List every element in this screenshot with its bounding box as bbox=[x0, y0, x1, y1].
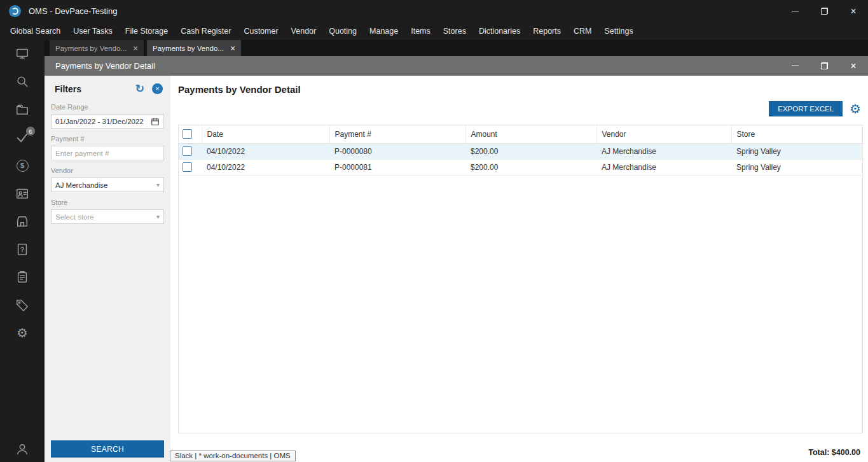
menu-quoting[interactable]: Quoting bbox=[322, 22, 363, 40]
minimize-button[interactable] bbox=[780, 0, 809, 22]
payment-number-input[interactable] bbox=[55, 150, 160, 157]
table-header-row: Date Payment # Amount Vendor Store bbox=[179, 125, 862, 143]
cell-date: 04/10/2022 bbox=[202, 143, 329, 159]
results-grid: Date Payment # Amount Vendor Store 04/10… bbox=[178, 125, 863, 433]
tab-label: Payments by Vendo... bbox=[153, 45, 224, 52]
sidebar-item-contacts[interactable] bbox=[15, 186, 30, 201]
store-select[interactable]: Select store ▾ bbox=[51, 209, 164, 224]
row-checkbox-cell bbox=[179, 159, 202, 175]
menu-manage[interactable]: Manage bbox=[363, 22, 404, 40]
date-range-input[interactable] bbox=[55, 118, 148, 125]
menu-crm[interactable]: CRM bbox=[567, 22, 598, 40]
minimize-icon bbox=[792, 66, 799, 66]
sidebar-item-files[interactable] bbox=[15, 102, 30, 117]
page-title: Payments by Vendor Detail bbox=[178, 84, 301, 95]
sidebar-item-help-tasks[interactable]: ? bbox=[15, 242, 30, 257]
cell-payment: P-0000081 bbox=[329, 159, 465, 175]
sidebar-item-orders[interactable] bbox=[15, 269, 30, 284]
filters-panel: Filters ↻ × Date Range Payment # bbox=[45, 76, 170, 462]
menu-global-search[interactable]: Global Search bbox=[4, 22, 67, 40]
column-header-store[interactable]: Store bbox=[731, 125, 862, 143]
menu-reports[interactable]: Reports bbox=[527, 22, 567, 40]
payments-detail-window: Payments by Vendor Detail × Filters ↻ × … bbox=[45, 56, 868, 462]
column-header-vendor[interactable]: Vendor bbox=[596, 125, 731, 143]
cell-date: 04/10/2022 bbox=[202, 159, 329, 175]
cell-amount: $200.00 bbox=[465, 159, 596, 175]
tab-close-icon[interactable]: × bbox=[230, 44, 235, 53]
sidebar-item-payments[interactable]: $ bbox=[15, 158, 30, 173]
inner-restore-button[interactable] bbox=[809, 56, 839, 76]
column-header-date[interactable]: Date bbox=[202, 125, 329, 143]
tab-payments-by-vendor-2[interactable]: Payments by Vendo... × bbox=[147, 40, 241, 56]
export-excel-button[interactable]: EXPORT EXCEL bbox=[769, 101, 843, 116]
maximize-button[interactable] bbox=[809, 0, 839, 22]
vendor-select[interactable]: AJ Merchandise ▾ bbox=[51, 178, 164, 192]
vendor-label: Vendor bbox=[51, 167, 164, 174]
menu-customer[interactable]: Customer bbox=[237, 22, 284, 40]
dollar-glyph: $ bbox=[20, 162, 24, 169]
menu-user-tasks[interactable]: User Tasks bbox=[67, 22, 119, 40]
refresh-icon[interactable]: ↻ bbox=[135, 83, 144, 94]
column-header-amount[interactable]: Amount bbox=[465, 125, 596, 143]
tab-close-icon[interactable]: × bbox=[133, 44, 138, 53]
vendor-group: Vendor AJ Merchandise ▾ bbox=[51, 167, 164, 192]
gear-icon: ⚙ bbox=[17, 326, 28, 339]
row-checkbox[interactable] bbox=[183, 162, 192, 172]
menu-bar: Global Search User Tasks File Storage Ca… bbox=[0, 22, 868, 40]
icon-sidebar: 6 $ ? ⚙ bbox=[0, 40, 45, 462]
date-range-label: Date Range bbox=[51, 103, 164, 111]
table-row[interactable]: 04/10/2022 P-0000081 $200.00 AJ Merchand… bbox=[179, 159, 862, 175]
folder-icon bbox=[15, 102, 29, 116]
question-icon: ? bbox=[15, 242, 30, 257]
menu-settings[interactable]: Settings bbox=[598, 22, 639, 40]
payment-number-field[interactable] bbox=[51, 146, 164, 160]
tag-icon bbox=[15, 298, 29, 312]
inner-close-button[interactable]: × bbox=[839, 56, 868, 76]
search-button[interactable]: SEARCH bbox=[51, 440, 164, 458]
sidebar-item-dashboard[interactable] bbox=[15, 46, 30, 61]
dollar-icon: $ bbox=[17, 160, 29, 172]
row-checkbox[interactable] bbox=[183, 146, 192, 156]
menu-items[interactable]: Items bbox=[404, 22, 437, 40]
menu-cash-register[interactable]: Cash Register bbox=[174, 22, 237, 40]
close-button[interactable]: × bbox=[839, 0, 868, 22]
close-icon: × bbox=[155, 85, 159, 92]
menu-stores[interactable]: Stores bbox=[437, 22, 472, 40]
total-label: Total: bbox=[808, 448, 829, 457]
sidebar-item-settings[interactable]: ⚙ bbox=[15, 325, 30, 340]
menu-dictionaries[interactable]: Dictionaries bbox=[472, 22, 527, 40]
tab-payments-by-vendor-1[interactable]: Payments by Vendo... × bbox=[50, 40, 144, 56]
table-row[interactable]: 04/10/2022 P-0000080 $200.00 AJ Merchand… bbox=[179, 143, 862, 159]
sidebar-item-search[interactable] bbox=[15, 74, 30, 89]
menu-file-storage[interactable]: File Storage bbox=[119, 22, 174, 40]
cell-vendor: AJ Merchandise bbox=[596, 159, 731, 175]
payment-number-group: Payment # bbox=[51, 135, 164, 160]
column-header-payment[interactable]: Payment # bbox=[329, 125, 465, 143]
select-all-checkbox[interactable] bbox=[183, 129, 192, 139]
cell-vendor: AJ Merchandise bbox=[596, 143, 731, 159]
grid-settings-gear-icon[interactable]: ⚙ bbox=[850, 102, 861, 115]
content-area: Payments by Vendor Detail EXPORT EXCEL ⚙ bbox=[170, 76, 868, 462]
inner-minimize-button[interactable] bbox=[780, 56, 809, 76]
filters-close-button[interactable]: × bbox=[152, 83, 163, 94]
inner-window-title: Payments by Vendor Detail bbox=[55, 61, 155, 71]
cell-store: Spring Valley bbox=[731, 143, 862, 159]
filters-header: Filters ↻ × bbox=[45, 76, 170, 97]
calendar-icon[interactable] bbox=[151, 117, 160, 126]
vendor-select-value: AJ Merchandise bbox=[55, 181, 154, 189]
sidebar-item-stores[interactable] bbox=[15, 214, 30, 229]
notification-badge: 6 bbox=[26, 127, 35, 136]
app-logo-icon bbox=[9, 5, 21, 17]
contact-card-icon bbox=[15, 186, 29, 200]
total-value: $400.00 bbox=[832, 448, 860, 457]
restore-icon bbox=[821, 8, 828, 15]
date-range-group: Date Range bbox=[51, 103, 164, 129]
payments-table: Date Payment # Amount Vendor Store 04/10… bbox=[179, 125, 862, 176]
menu-vendor[interactable]: Vendor bbox=[285, 22, 323, 40]
date-range-field[interactable] bbox=[51, 114, 164, 129]
store-label: Store bbox=[51, 199, 164, 206]
row-checkbox-cell bbox=[179, 143, 202, 159]
clipboard-icon bbox=[15, 270, 29, 284]
sidebar-item-profile[interactable] bbox=[15, 442, 30, 457]
sidebar-item-tags[interactable] bbox=[15, 297, 30, 312]
